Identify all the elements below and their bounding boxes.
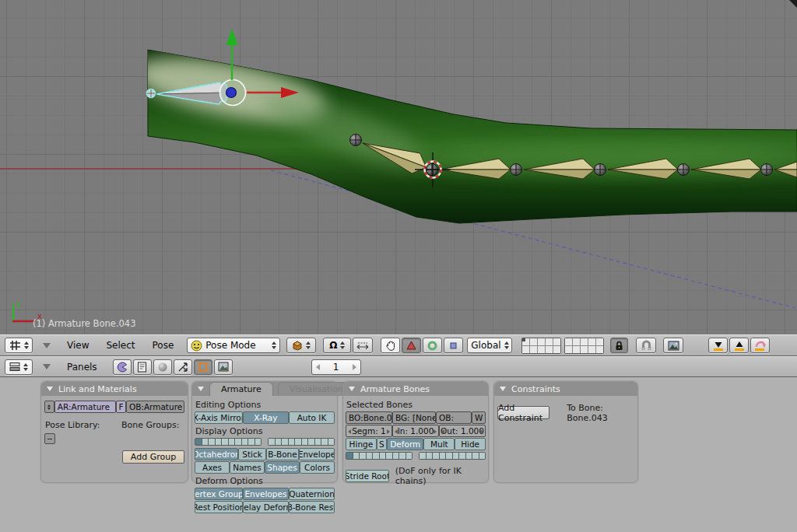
panel-constraints[interactable]: Constraints Add Constraint To Bone: Bone… — [493, 381, 638, 483]
b-bone-rest-button[interactable]: B-Bone Rest — [289, 501, 335, 513]
layer-cell[interactable] — [399, 453, 406, 459]
layer-cell[interactable] — [453, 453, 459, 459]
layer-cell[interactable] — [581, 346, 588, 353]
keying-set-button[interactable] — [750, 338, 770, 353]
panel-collapse-icon[interactable] — [47, 387, 53, 391]
layer-cell[interactable] — [538, 338, 545, 345]
parent-object-field[interactable]: OB: — [436, 411, 472, 424]
panel-link-and-materials[interactable]: Link and Materials AR:Armature F OB:Arma… — [40, 381, 188, 483]
panel-header[interactable]: Armature Bones — [343, 382, 488, 396]
panel-collapse-icon[interactable] — [500, 387, 506, 391]
editor-type-button[interactable] — [5, 338, 33, 353]
layer-cell[interactable] — [581, 338, 588, 345]
manipulator-center-dot[interactable] — [226, 88, 237, 98]
axes-button[interactable]: Axes — [195, 461, 230, 474]
layer-cell[interactable] — [406, 453, 413, 459]
scene-context-button[interactable] — [214, 359, 233, 375]
frame-counter[interactable]: 1 — [311, 359, 361, 375]
editor-type-button-panels[interactable] — [5, 359, 33, 375]
editing-context-button[interactable] — [194, 359, 212, 375]
layer-cell[interactable] — [269, 439, 275, 445]
frame-prev-arrow[interactable] — [316, 364, 320, 370]
layer-cell[interactable] — [255, 439, 262, 445]
3d-viewport[interactable]: y x (1) Armature Bone.043 — [0, 0, 797, 334]
layer-cell[interactable] — [427, 453, 433, 459]
keyframe-insert-button[interactable] — [708, 338, 728, 353]
layer-cell[interactable] — [530, 346, 537, 353]
layer-cell[interactable] — [588, 338, 595, 345]
layer-cell[interactable] — [522, 338, 529, 345]
tab-armature[interactable]: Armature — [209, 382, 273, 396]
manipulator-toggle-button[interactable] — [381, 338, 400, 353]
layer-cell[interactable] — [367, 453, 373, 459]
envelope-button[interactable]: Envelope — [299, 448, 335, 460]
panel-header[interactable]: Constraints — [494, 382, 637, 396]
rotate-manipulator-button[interactable] — [423, 338, 442, 353]
menu-pose[interactable]: Pose — [144, 340, 183, 351]
segments-slider[interactable]: Segm: 1 — [346, 425, 392, 437]
frame-next-arrow[interactable] — [353, 364, 356, 370]
layer-cell[interactable] — [546, 346, 553, 353]
layer-cell[interactable] — [216, 439, 222, 445]
layer-cell[interactable] — [479, 453, 486, 459]
auto-ik-button[interactable]: Auto IK — [289, 411, 335, 424]
layer-cell[interactable] — [315, 439, 321, 445]
layer-cell[interactable] — [360, 453, 366, 459]
mode-dropdown[interactable]: Pose Mode — [187, 338, 280, 353]
layer-cell[interactable] — [195, 439, 202, 445]
panel-collapse-icon[interactable] — [349, 387, 355, 391]
layer-cell[interactable] — [308, 439, 314, 445]
fake-user-button[interactable]: F — [116, 401, 126, 413]
layer-cell[interactable] — [346, 453, 353, 459]
panel-armature-bones[interactable]: Armature Bones Selected Bones BO:Bone.04… — [342, 381, 489, 483]
hinge-button[interactable]: Hinge — [346, 438, 377, 450]
block-browse-button[interactable] — [44, 401, 54, 413]
layer-cell[interactable] — [588, 346, 595, 353]
deform-button[interactable]: Deform — [387, 438, 423, 450]
layer-cell[interactable] — [321, 439, 328, 445]
quaternion-button[interactable]: Quaternion — [289, 488, 335, 500]
layer-cell[interactable] — [553, 346, 560, 353]
s-button[interactable]: S — [377, 438, 387, 450]
object-context-button[interactable] — [174, 359, 192, 375]
layer-cell[interactable] — [380, 453, 386, 459]
bone-group-dropdown[interactable]: BG: [None] — [392, 411, 436, 424]
header-menu-collapse-icon-panels[interactable] — [43, 364, 51, 369]
colors-button[interactable]: Colors — [300, 461, 335, 474]
panel-header[interactable]: Link and Materials — [41, 382, 188, 396]
layer-cell[interactable] — [353, 453, 360, 459]
stride-root-button[interactable]: Stride Root — [346, 470, 389, 482]
add-group-button[interactable]: Add Group — [122, 450, 184, 464]
script-context-button[interactable] — [133, 359, 152, 375]
layer-cell[interactable] — [440, 453, 446, 459]
layer-cell[interactable] — [248, 439, 255, 445]
layer-cell[interactable] — [328, 439, 335, 445]
layer-cell[interactable] — [546, 338, 553, 345]
manipulator-axis-button[interactable] — [353, 338, 373, 353]
delay-deform-button[interactable]: Delay Deform — [243, 501, 289, 513]
shapes-button[interactable]: Shapes — [265, 461, 300, 474]
armature-name-field[interactable]: AR:Armature — [54, 401, 116, 413]
layer-cell[interactable] — [393, 453, 399, 459]
layer-cell[interactable] — [466, 453, 472, 459]
b-bone-button[interactable]: B-Bone — [266, 448, 299, 460]
layer-cell[interactable] — [373, 453, 379, 459]
panel-armature[interactable]: Armature Visualisations Editing Options … — [191, 381, 338, 483]
envelopes-button[interactable]: Envelopes — [243, 488, 289, 500]
layer-cell[interactable] — [276, 439, 282, 445]
panel-collapse-icon[interactable] — [198, 387, 204, 391]
layer-cell[interactable] — [522, 346, 529, 353]
layer-cell[interactable] — [295, 439, 301, 445]
rest-position-button[interactable]: Rest Position — [195, 501, 243, 513]
layer-cell[interactable] — [565, 346, 572, 353]
object-name-field[interactable]: OB:Armature — [126, 401, 184, 413]
names-button[interactable]: Names — [230, 461, 265, 474]
layer-cell[interactable] — [229, 439, 235, 445]
lock-layers-button[interactable] — [610, 338, 628, 353]
layer-cell[interactable] — [386, 453, 392, 459]
header-menu-collapse-icon[interactable] — [43, 343, 51, 348]
layer-cell[interactable] — [202, 439, 209, 445]
draw-type-button[interactable] — [286, 338, 316, 353]
layer-cell[interactable] — [282, 439, 288, 445]
layer-cell[interactable] — [242, 439, 248, 445]
